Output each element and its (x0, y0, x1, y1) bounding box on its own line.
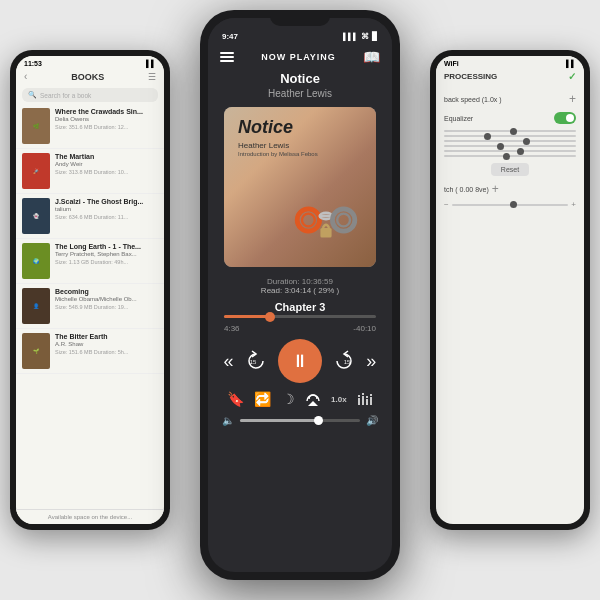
play-pause-button[interactable]: ⏸ (278, 339, 322, 383)
pitch-row: tch ( 0.00 8ve) + (444, 182, 576, 196)
list-item[interactable]: 👻 J.Scalzi - The Ghost Brig... talium Si… (16, 194, 164, 239)
battery-icon: ▊ (372, 32, 378, 41)
hamburger-icon[interactable] (220, 52, 234, 62)
search-icon: 🔍 (28, 91, 37, 99)
eq-slider-dot (497, 143, 504, 150)
ffwd-all-button[interactable]: » (366, 351, 376, 372)
chapter-label: Chapter 3 (208, 297, 392, 315)
book-cover: 👤 (22, 288, 50, 324)
book-open-icon[interactable]: 📖 (363, 49, 380, 65)
pitch-slider-dot (510, 201, 517, 208)
cover-author-text: Heather Lewis (238, 141, 289, 150)
left-search[interactable]: 🔍 Search for a book (22, 88, 158, 102)
list-item[interactable]: 🌿 Where the Crawdads Sin... Delia Owens … (16, 104, 164, 149)
right-header-title: PROCESSING (444, 72, 497, 81)
book-cover: 👻 (22, 198, 50, 234)
left-time: 11:53 (24, 60, 42, 67)
list-item[interactable]: 🌍 The Long Earth - 1 - The... Terry Prat… (16, 239, 164, 284)
pitch-plus-btn[interactable]: + (492, 182, 499, 196)
svg-text:15: 15 (249, 359, 256, 365)
rewind-15-icon: 15 (245, 350, 267, 372)
duration-info: Duration: 10:36:59 Read: 3:04:14 ( 29% ) (208, 275, 392, 297)
read-label: Read: 3:04:14 ( 29% ) (208, 286, 392, 295)
equalizer-button[interactable] (357, 392, 373, 406)
bottom-controls: 🔖 🔁 ☽ 1.0x (208, 387, 392, 413)
current-time: 4:36 (224, 324, 240, 333)
eq-slider-dot (517, 148, 524, 155)
volume-low-icon: 🔈 (222, 415, 234, 426)
svg-marker-9 (308, 401, 318, 406)
eq-slider-track[interactable] (444, 150, 576, 152)
svg-rect-12 (362, 396, 364, 405)
progress-container[interactable] (208, 315, 392, 318)
progress-track[interactable] (224, 315, 376, 318)
book-cover: 🌱 (22, 333, 50, 369)
pitch-slider-track[interactable] (452, 204, 569, 206)
left-status-bar: 11:53 ▌▌ (16, 56, 164, 69)
album-art-bg: Notice Heather Lewis Introduction by Mel… (224, 107, 376, 267)
duration-label: Duration: 10:36:59 (208, 277, 392, 286)
eq-slider-dot (523, 138, 530, 145)
list-item[interactable]: 🚀 The Martian Andy Weir Size: 313.8 MB D… (16, 149, 164, 194)
eq-slider-dot (510, 128, 517, 135)
eq-slider-dot (484, 133, 491, 140)
left-menu-icon[interactable]: ☰ (148, 72, 156, 82)
time-row: 4:36 -40:10 (208, 322, 392, 335)
center-time: 9:47 (222, 32, 238, 41)
eq-slider-track[interactable] (444, 130, 576, 132)
list-item[interactable]: 🌱 The Bitter Earth A.R. Shaw Size: 151.6… (16, 329, 164, 374)
book-author: Andy Weir (55, 161, 158, 167)
speed-button[interactable]: 1.0x (331, 395, 347, 404)
book-title: The Martian (55, 153, 158, 161)
eq-slider-row (444, 150, 576, 152)
controls-row: « 15 ⏸ 15 (208, 335, 392, 387)
book-author: Michelle Obama/Michelle Ob... (55, 296, 158, 302)
book-title: J.Scalzi - The Ghost Brig... (55, 198, 158, 206)
cover-title-text: Notice (238, 117, 293, 138)
svg-point-5 (337, 214, 350, 227)
book-author: talium (55, 206, 158, 212)
book-cover: 🌿 (22, 108, 50, 144)
svg-rect-6 (320, 228, 331, 238)
book-info: The Martian Andy Weir Size: 313.8 MB Dur… (55, 153, 158, 175)
ffwd-15-button[interactable]: 15 (333, 350, 355, 372)
left-battery-icon: ▌▌ (146, 60, 156, 67)
ffwd-15-icon: 15 (333, 350, 355, 372)
playback-plus-btn[interactable]: + (569, 92, 576, 106)
book-info: The Long Earth - 1 - The... Terry Pratch… (55, 243, 158, 265)
back-button[interactable]: ‹ (24, 71, 27, 82)
svg-rect-10 (358, 398, 360, 405)
remaining-time: -40:10 (353, 324, 376, 333)
eq-toggle[interactable] (554, 112, 576, 124)
rewind-all-button[interactable]: « (224, 351, 234, 372)
book-title: Where the Crawdads Sin... (55, 108, 158, 116)
volume-high-icon: 🔊 (366, 415, 378, 426)
hamburger-line (220, 60, 234, 62)
eq-slider-track[interactable] (444, 145, 576, 147)
pitch-label: tch ( 0.00 8ve) (444, 186, 489, 193)
right-battery-icon: ▌▌ (566, 60, 576, 67)
phone-left: 11:53 ▌▌ ‹ BOOKS ☰ 🔍 Search for a book 🌿 (10, 50, 170, 530)
reset-button[interactable]: Reset (491, 163, 529, 176)
volume-dot (314, 416, 323, 425)
right-wifi-icon: WiFi (444, 60, 459, 67)
list-item[interactable]: 👤 Becoming Michelle Obama/Michelle Ob...… (16, 284, 164, 329)
airplay-button[interactable] (305, 391, 321, 407)
book-title: The Long Earth - 1 - The... (55, 243, 158, 251)
bookmark-button[interactable]: 🔖 (227, 391, 244, 407)
rewind-15-button[interactable]: 15 (245, 350, 267, 372)
eq-slider-track[interactable] (444, 135, 576, 137)
check-icon[interactable]: ✓ (568, 71, 576, 82)
repeat-button[interactable]: 🔁 (254, 391, 271, 407)
book-title: The Bitter Earth (55, 333, 158, 341)
eq-slider-track[interactable] (444, 140, 576, 142)
svg-rect-15 (366, 396, 368, 398)
eq-label-text: Equalizer (444, 115, 473, 122)
volume-track[interactable] (240, 419, 360, 422)
eq-slider-track[interactable] (444, 155, 576, 157)
book-info: The Bitter Earth A.R. Shaw Size: 151.6 M… (55, 333, 158, 355)
right-content: back speed (1.0x ) + Equalizer (436, 86, 584, 524)
hamburger-line (220, 52, 234, 54)
moon-button[interactable]: ☽ (282, 391, 295, 407)
eq-slider-row (444, 130, 576, 132)
